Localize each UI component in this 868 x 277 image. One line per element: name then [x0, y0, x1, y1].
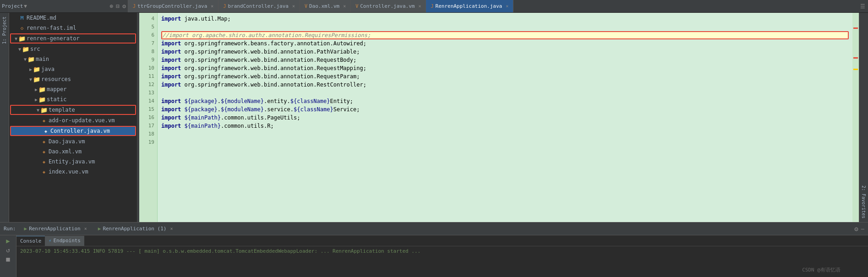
console-text: 2023-07-10 15:45:33.415 INFO 57819 --- […	[20, 248, 420, 254]
folder-label: main	[36, 56, 49, 62]
endpoints-tab[interactable]: ⚡ Endpoints	[45, 236, 84, 246]
tab-ttrGroupController[interactable]: J ttrGroupController.java ×	[128, 0, 218, 13]
code-line-13	[161, 89, 849, 97]
gear-icon[interactable]: ⚙	[122, 3, 126, 10]
console-content-area: Console ⚡ Endpoints 2023-07-10 15:45:33.…	[16, 235, 868, 277]
expand-arrow: ▶	[29, 67, 32, 72]
collapse-arrow: ▼	[37, 108, 39, 113]
tab-close-icon[interactable]: ×	[292, 4, 295, 9]
list-item[interactable]: ▶ 📁 mapper	[9, 84, 137, 94]
code-line-6: //import org.apache.shiro.authz.annotati…	[161, 31, 849, 39]
file-label: index.vue.vm	[49, 168, 88, 175]
code-editor: 4 5 6 7 8 9 10 11 12 13 14 15 16 17 18 1…	[139, 13, 859, 222]
vm-icon: ◈	[40, 117, 48, 124]
code-line-14: import ${package}.${moduleName}.entity.$…	[161, 97, 849, 105]
list-item[interactable]: ◈ Dao.java.vm	[9, 136, 137, 147]
favorites-panel-label[interactable]: 2: Favorites	[860, 182, 867, 222]
project-panel-label[interactable]: 1: Project	[1, 13, 8, 48]
folder-label: template	[49, 107, 75, 113]
list-item[interactable]: ▼ 📁 resources	[9, 74, 137, 84]
tab-ControllerJavaVm[interactable]: V Controller.java.vm ×	[351, 0, 426, 13]
editor-scrollbar[interactable]	[852, 13, 859, 222]
sidebar-item-renren-generator[interactable]: ▼ 📁 renren-generator	[10, 33, 136, 43]
vm-icon: ◈	[40, 138, 48, 145]
tab-label: Dao.xml.vm	[309, 3, 339, 9]
scroll-mark-warning	[853, 69, 858, 70]
project-sidebar: M README.md ◇ renren-fast.iml ▼ 📁 renren…	[9, 13, 137, 222]
tab-label: Controller.java.vm	[360, 3, 415, 9]
collapse-arrow: ▼	[18, 47, 21, 52]
minus-icon[interactable]: ⊟	[116, 3, 120, 10]
run-tab-label: RenrenApplication (1)	[103, 226, 166, 232]
file-tree: M README.md ◇ renren-fast.iml ▼ 📁 renren…	[9, 13, 137, 222]
vm-icon: V	[355, 4, 358, 9]
stop-icon[interactable]: ■	[6, 255, 10, 263]
play-icon[interactable]: ▶	[6, 237, 10, 244]
line-num: 8	[139, 48, 157, 56]
folder-icon: 📁	[27, 55, 35, 63]
dropdown-arrow[interactable]: ▼	[24, 3, 27, 9]
console-tab-label: Console	[20, 238, 41, 244]
tab-close-icon[interactable]: ×	[506, 4, 508, 9]
list-item[interactable]: ◈ Entity.java.vm	[9, 157, 137, 167]
iml-icon: ◇	[18, 24, 26, 32]
run-tab-close[interactable]: ×	[84, 226, 87, 231]
sidebar-item-controller-vm[interactable]: ◈ Controller.java.vm	[10, 126, 136, 136]
tab-RenrenApplication[interactable]: J RenrenApplication.java ×	[426, 0, 513, 13]
project-label: Project	[2, 3, 23, 9]
list-item[interactable]: ◈ index.vue.vm	[9, 167, 137, 177]
tab-list-icon[interactable]: ☰	[860, 3, 865, 10]
code-line-12: import org.springframework.web.bind.anno…	[161, 81, 849, 89]
tab-brandController[interactable]: J brandController.java ×	[218, 0, 300, 13]
folder-label: resources	[41, 76, 71, 82]
code-line-8: import org.springframework.web.bind.anno…	[161, 48, 849, 56]
globe-icon[interactable]: ⊕	[110, 3, 114, 10]
run-icon: ▶	[24, 226, 27, 232]
console-tab[interactable]: Console	[16, 236, 45, 246]
list-item[interactable]: ▶ 📁 static	[9, 94, 137, 104]
folder-icon: 📁	[40, 106, 48, 114]
list-item[interactable]: ▼ 📁 src	[9, 44, 137, 54]
bottom-gear-icon[interactable]: ⚙	[854, 225, 858, 233]
run-tab-renren-1[interactable]: ▶ RenrenApplication (1) ×	[93, 223, 178, 234]
code-line-17: import ${mainPath}.common.utils.R;	[161, 122, 849, 130]
bottom-settings-icon[interactable]: —	[861, 226, 864, 232]
list-item[interactable]: ◈ Dao.xml.vm	[9, 147, 137, 157]
vm-icon: ◈	[42, 127, 49, 135]
file-label: README.md	[27, 15, 56, 21]
console-output: 2023-07-10 15:45:33.415 INFO 57819 --- […	[16, 246, 868, 277]
code-line-4: import java.util.Map;	[161, 15, 849, 23]
folder-icon: 📁	[22, 45, 29, 53]
list-item[interactable]: M README.md	[9, 13, 137, 23]
code-line-16: import ${mainPath}.common.utils.PageUtil…	[161, 114, 849, 122]
sidebar-item-template[interactable]: ▼ 📁 template	[10, 105, 136, 115]
list-item[interactable]: ▶ 📁 java	[9, 64, 137, 74]
scroll-mark	[853, 57, 858, 59]
code-content[interactable]: import java.util.Map; //import org.apach…	[158, 13, 852, 222]
folder-icon: 📁	[18, 35, 26, 42]
list-item[interactable]: ◇ renren-fast.iml	[9, 23, 137, 33]
folder-label: mapper	[47, 86, 66, 92]
code-line-5	[161, 23, 849, 31]
md-icon: M	[18, 14, 26, 22]
tab-DaoXmlVm[interactable]: V Dao.xml.vm ×	[300, 0, 351, 13]
vm-icon: ◈	[40, 168, 48, 175]
run-tab-close[interactable]: ×	[170, 226, 173, 231]
java-icon: J	[223, 4, 226, 9]
line-num: 13	[139, 89, 157, 97]
folder-icon: 📁	[33, 65, 40, 73]
tab-close-icon[interactable]: ×	[211, 4, 213, 9]
list-item[interactable]: ◈ add-or-update.vue.vm	[9, 115, 137, 125]
list-item[interactable]: ▼ 📁 main	[9, 54, 137, 64]
run-tab-renren[interactable]: ▶ RenrenApplication ×	[20, 223, 92, 234]
rerun-icon[interactable]: ↺	[6, 246, 10, 254]
line-num: 6	[139, 31, 157, 39]
tab-close-icon[interactable]: ×	[418, 4, 421, 9]
run-tab-label: RenrenApplication	[29, 226, 81, 232]
folder-label: static	[47, 96, 66, 103]
line-num: 7	[139, 39, 157, 48]
console-tab-bar: Console ⚡ Endpoints	[16, 235, 868, 246]
collapse-arrow: ▼	[24, 57, 27, 62]
tab-close-icon[interactable]: ×	[343, 4, 346, 9]
run-label: Run:	[4, 226, 16, 232]
